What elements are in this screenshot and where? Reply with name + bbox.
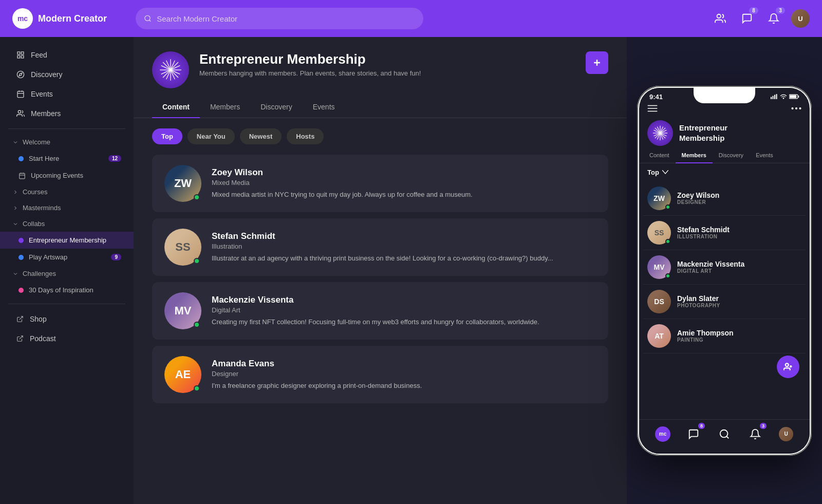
- phone-member-name-zoey: Zoey Wilson: [677, 191, 719, 199]
- sidebar-item-entrepreneur[interactable]: Entrepreneur Membership: [0, 232, 134, 249]
- phone-status-icons: [771, 94, 799, 99]
- sidebar-item-members[interactable]: Members: [4, 104, 129, 123]
- member-avatar-wrap-mackenzie: MV: [164, 292, 201, 329]
- sidebar-divider-2: [8, 304, 125, 304]
- svg-point-2: [717, 14, 721, 18]
- sidebar-item-upcoming-events[interactable]: Upcoming Events: [0, 167, 134, 184]
- phone-member-stefan[interactable]: SS Stefan Schmidt ILLUSTRATION: [643, 216, 806, 250]
- more-icon[interactable]: [791, 107, 801, 110]
- member-role-stefan: Illustration: [212, 242, 596, 250]
- phone-user-bottom[interactable]: U: [777, 425, 795, 443]
- sidebar-section-collabs[interactable]: Collabs: [0, 216, 134, 232]
- phone-search-icon: [719, 428, 730, 440]
- member-bio-zoey: Mixed media artist in NYC trying to quit…: [212, 190, 596, 200]
- sidebar-item-artswap[interactable]: Play Artswap 9: [0, 249, 134, 266]
- svg-rect-4: [21, 52, 24, 54]
- phone-avatar-wrap-mackenzie: MV: [647, 255, 671, 279]
- svg-rect-32: [774, 95, 775, 99]
- tab-discovery[interactable]: Discovery: [250, 97, 302, 118]
- members-list: ZW Zoey Wilson Mixed Media Mixed media a…: [134, 155, 627, 403]
- phone-fab-button[interactable]: [777, 356, 799, 378]
- plus-icon: [592, 58, 602, 68]
- sidebar-item-podcast[interactable]: Podcast: [4, 329, 129, 348]
- member-card-mackenzie[interactable]: MV Mackenzie Vissenta Digital Art Creati…: [152, 282, 608, 340]
- phone-bell-icon: [750, 428, 761, 440]
- nav-icons: 8 3 U: [711, 9, 810, 28]
- svg-rect-14: [20, 173, 25, 179]
- battery-icon: [789, 94, 799, 99]
- group-title: Entrepreneur Membership: [199, 51, 575, 67]
- pill-hosts[interactable]: Hosts: [287, 128, 324, 144]
- phone-online-dot-zoey: [665, 204, 670, 210]
- search-input[interactable]: [157, 14, 415, 23]
- phone-tab-members[interactable]: Members: [676, 148, 713, 163]
- phone-member-zoey[interactable]: ZW Zoey Wilson DESIGNER: [643, 181, 806, 216]
- section-welcome-label: Welcome: [23, 138, 50, 146]
- sidebar-section-courses[interactable]: Courses: [0, 184, 134, 200]
- friends-icon-wrap[interactable]: [711, 9, 730, 28]
- dot-30-days: [18, 288, 24, 293]
- phone-search-bottom[interactable]: [715, 425, 734, 443]
- pill-newest[interactable]: Newest: [240, 128, 282, 144]
- app-name: Modern Creator: [38, 13, 107, 24]
- grid-icon: [16, 51, 25, 59]
- user-avatar-nav[interactable]: U: [791, 9, 810, 28]
- sidebar-section-challenges[interactable]: Challenges: [0, 266, 134, 282]
- chevron-down-icon: [12, 139, 18, 145]
- phone-logo-bottom[interactable]: mc: [653, 425, 672, 443]
- sidebar-item-events[interactable]: Events: [4, 85, 129, 103]
- svg-rect-3: [17, 52, 20, 54]
- phone-tab-events[interactable]: Events: [750, 148, 779, 163]
- tab-members[interactable]: Members: [200, 97, 250, 118]
- member-info-mackenzie: Mackenzie Vissenta Digital Art Creating …: [212, 295, 596, 327]
- sidebar-item-feed[interactable]: Feed: [4, 46, 129, 64]
- phone-member-amie[interactable]: AT Amie Thompson PAINTING: [643, 319, 806, 353]
- phone-messages-bottom[interactable]: 8: [684, 425, 703, 443]
- member-avatar-wrap-stefan: SS: [164, 229, 201, 266]
- phone-section: 9:41: [627, 37, 822, 504]
- phone-member-role-stefan: ILLUSTRATION: [677, 234, 730, 239]
- 30-days-label: 30 Days of Inspiration: [29, 286, 94, 294]
- sidebar-item-shop[interactable]: Shop: [4, 310, 129, 328]
- phone-tab-discovery[interactable]: Discovery: [713, 148, 750, 163]
- pill-top[interactable]: Top: [152, 128, 182, 144]
- member-info-amanda: Amanda Evans Designer I'm a freelance gr…: [212, 359, 596, 391]
- member-name-amanda: Amanda Evans: [212, 359, 596, 369]
- svg-rect-9: [17, 91, 24, 98]
- sidebar-section-welcome[interactable]: Welcome: [0, 134, 134, 150]
- phone-member-name-mackenzie: Mackenzie Vissenta: [677, 260, 744, 268]
- sidebar-item-30-days[interactable]: 30 Days of Inspiration: [0, 282, 134, 298]
- phone-member-mackenzie[interactable]: MV Mackenzie Vissenta DIGITAL ART: [643, 250, 806, 285]
- phone-member-info-stefan: Stefan Schmidt ILLUSTRATION: [677, 226, 730, 239]
- phone-group-info: EntrepreneurMembership: [639, 116, 810, 148]
- phone-tab-content[interactable]: Content: [643, 148, 676, 163]
- tab-content[interactable]: Content: [152, 97, 200, 118]
- sidebar-item-start-here[interactable]: Start Here 12: [0, 150, 134, 167]
- hamburger-icon[interactable]: [647, 105, 658, 112]
- phone-avatar-wrap-dylan: DS: [647, 290, 671, 313]
- member-bio-amanda: I'm a freelance graphic designer explori…: [212, 381, 596, 391]
- phone-chat-icon: [688, 428, 699, 440]
- phone-notifications-bottom[interactable]: 3: [746, 425, 764, 443]
- notifications-icon-wrap[interactable]: 3: [764, 9, 783, 28]
- external-link-shop-icon: [16, 315, 24, 323]
- phone-group-icon: [647, 120, 673, 146]
- start-here-badge: 12: [108, 155, 121, 162]
- search-bar[interactable]: [136, 8, 423, 29]
- signal-icon: [771, 94, 778, 99]
- member-card-zoey[interactable]: ZW Zoey Wilson Mixed Media Mixed media a…: [152, 155, 608, 212]
- svg-point-34: [783, 98, 784, 99]
- member-info-zoey: Zoey Wilson Mixed Media Mixed media arti…: [212, 167, 596, 200]
- member-card-amanda[interactable]: AE Amanda Evans Designer I'm a freelance…: [152, 346, 608, 403]
- sidebar-section-masterminds[interactable]: Masterminds: [0, 200, 134, 216]
- sidebar-item-discovery[interactable]: Discovery: [4, 65, 129, 84]
- phone-member-dylan[interactable]: DS Dylan Slater PHOTOGRAPHY: [643, 285, 806, 319]
- add-button[interactable]: [586, 51, 608, 74]
- member-card-stefan[interactable]: SS Stefan Schmidt Illustration Illustrat…: [152, 218, 608, 276]
- pill-near-you[interactable]: Near You: [188, 128, 235, 144]
- sidebar-label-events: Events: [31, 90, 53, 98]
- top-nav: mc Modern Creator 8 3 U: [0, 0, 822, 37]
- tab-events[interactable]: Events: [303, 97, 345, 118]
- calendar-icon: [16, 90, 25, 98]
- messages-icon-wrap[interactable]: 8: [738, 9, 756, 28]
